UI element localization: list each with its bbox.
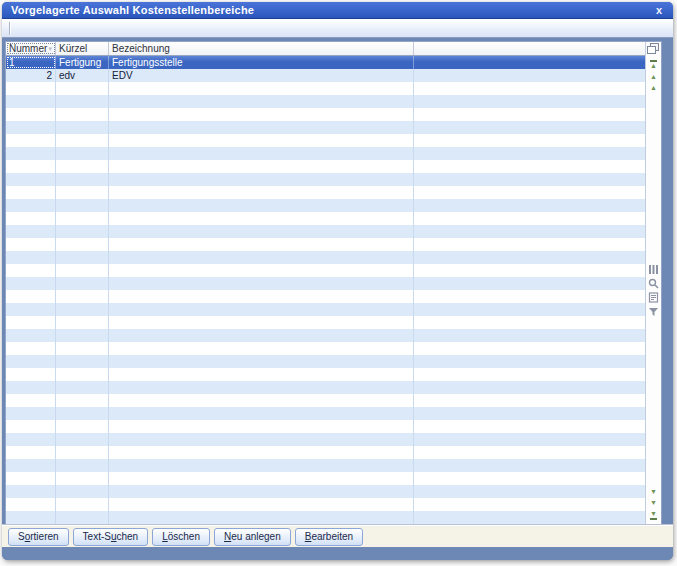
- title-bar[interactable]: Vorgelagerte Auswahl Kostenstellenbereic…: [2, 2, 673, 19]
- table-row[interactable]: [6, 316, 645, 329]
- cell-extra: [414, 420, 645, 433]
- table-row[interactable]: [6, 407, 645, 420]
- close-icon[interactable]: x: [654, 5, 664, 16]
- cell-nummer: [6, 199, 56, 212]
- cell-extra: [414, 134, 645, 147]
- table-row[interactable]: [6, 147, 645, 160]
- scroll-first-icon[interactable]: ▲: [650, 60, 657, 70]
- table-row[interactable]: [6, 342, 645, 355]
- table-row[interactable]: [6, 95, 645, 108]
- toolbar-gripper[interactable]: [9, 22, 11, 35]
- table-header-row: Nummer▼KürzelBezeichnung: [6, 42, 645, 56]
- table-row[interactable]: [6, 134, 645, 147]
- cell-kuerzel: [56, 264, 109, 277]
- cell-kuerzel: [56, 511, 109, 524]
- goto-record-icon[interactable]: [648, 292, 659, 303]
- table-row[interactable]: [6, 446, 645, 459]
- scroll-pagedown-icon[interactable]: ▼: [650, 499, 657, 507]
- scroll-pageup-icon[interactable]: ▲: [650, 73, 657, 81]
- column-header-kürzel[interactable]: Kürzel: [56, 42, 109, 55]
- cell-kuerzel: [56, 108, 109, 121]
- cell-bezeichnung: [109, 381, 414, 394]
- column-chooser-icon[interactable]: [647, 43, 660, 55]
- table-row[interactable]: [6, 121, 645, 134]
- cell-nummer: [6, 238, 56, 251]
- table-row[interactable]: [6, 160, 645, 173]
- table-row[interactable]: [6, 433, 645, 446]
- view-columns-icon[interactable]: [648, 264, 659, 275]
- table-row[interactable]: [6, 277, 645, 290]
- scroll-last-icon[interactable]: ▼: [650, 510, 657, 520]
- cell-nummer: [6, 303, 56, 316]
- search-icon[interactable]: [648, 278, 659, 289]
- button-bar: SortierenText-SuchenLöschenNeu anlegenBe…: [2, 525, 673, 547]
- cell-kuerzel: [56, 290, 109, 303]
- table-row[interactable]: [6, 199, 645, 212]
- cell-bezeichnung: [109, 277, 414, 290]
- cell-nummer: [6, 82, 56, 95]
- cell-kuerzel: [56, 498, 109, 511]
- cell-extra: [414, 459, 645, 472]
- bearbeiten-button[interactable]: Bearbeiten: [295, 528, 363, 546]
- table-row[interactable]: [6, 355, 645, 368]
- table-row[interactable]: [6, 303, 645, 316]
- table-row[interactable]: [6, 394, 645, 407]
- table-row[interactable]: [6, 472, 645, 485]
- table-row[interactable]: [6, 290, 645, 303]
- scroll-bottom-group: ▼▼▼: [650, 488, 657, 521]
- table-row[interactable]: 2edvEDV: [6, 69, 645, 82]
- cell-kuerzel: [56, 459, 109, 472]
- scroll-down-icon[interactable]: ▼: [650, 488, 657, 496]
- table-row[interactable]: [6, 498, 645, 511]
- column-header-nummer[interactable]: Nummer▼: [6, 42, 56, 55]
- cell-nummer: [6, 329, 56, 342]
- table-row[interactable]: [6, 251, 645, 264]
- column-header-bezeichnung[interactable]: Bezeichnung: [109, 42, 414, 55]
- table-row[interactable]: [6, 511, 645, 524]
- cell-extra: [414, 108, 645, 121]
- cell-extra: [414, 225, 645, 238]
- column-header-empty[interactable]: [414, 42, 645, 55]
- column-header-label: Kürzel: [59, 43, 87, 54]
- cell-extra: [414, 95, 645, 108]
- cell-nummer: [6, 420, 56, 433]
- table-row[interactable]: [6, 459, 645, 472]
- text-suchen-button[interactable]: Text-Suchen: [73, 528, 149, 546]
- cell-kuerzel: [56, 381, 109, 394]
- sort-indicator-icon[interactable]: ▼: [47, 46, 55, 52]
- löschen-button[interactable]: Löschen: [152, 528, 210, 546]
- table-row[interactable]: [6, 212, 645, 225]
- cell-extra: [414, 472, 645, 485]
- cell-bezeichnung: [109, 95, 414, 108]
- table-row[interactable]: [6, 264, 645, 277]
- table-row[interactable]: [6, 238, 645, 251]
- neu-anlegen-button[interactable]: Neu anlegen: [214, 528, 291, 546]
- cell-extra: [414, 316, 645, 329]
- cell-bezeichnung: [109, 134, 414, 147]
- table-row[interactable]: [6, 173, 645, 186]
- table-row[interactable]: [6, 82, 645, 95]
- table-container: Nummer▼KürzelBezeichnung 1FertigungFerti…: [5, 41, 662, 525]
- table-row[interactable]: [6, 381, 645, 394]
- table-row[interactable]: [6, 225, 645, 238]
- cell-extra: [414, 69, 645, 82]
- table-body: 1FertigungFertigungsstelle2edvEDV: [6, 56, 645, 524]
- table-row[interactable]: [6, 186, 645, 199]
- filter-icon[interactable]: [648, 306, 659, 317]
- table-row[interactable]: [6, 108, 645, 121]
- cell-bezeichnung: [109, 147, 414, 160]
- cell-extra: [414, 121, 645, 134]
- table-row[interactable]: 1FertigungFertigungsstelle: [6, 56, 645, 69]
- table-row[interactable]: [6, 329, 645, 342]
- cell-nummer: [6, 147, 56, 160]
- table-row[interactable]: [6, 368, 645, 381]
- scroll-up-icon[interactable]: ▲: [650, 84, 657, 92]
- cell-extra: [414, 303, 645, 316]
- cell-nummer: [6, 342, 56, 355]
- table-row[interactable]: [6, 485, 645, 498]
- cell-kuerzel: [56, 277, 109, 290]
- dialog-content: Nummer▼KürzelBezeichnung 1FertigungFerti…: [2, 38, 673, 560]
- table-row[interactable]: [6, 420, 645, 433]
- cell-bezeichnung: [109, 485, 414, 498]
- sortieren-button[interactable]: Sortieren: [8, 528, 69, 546]
